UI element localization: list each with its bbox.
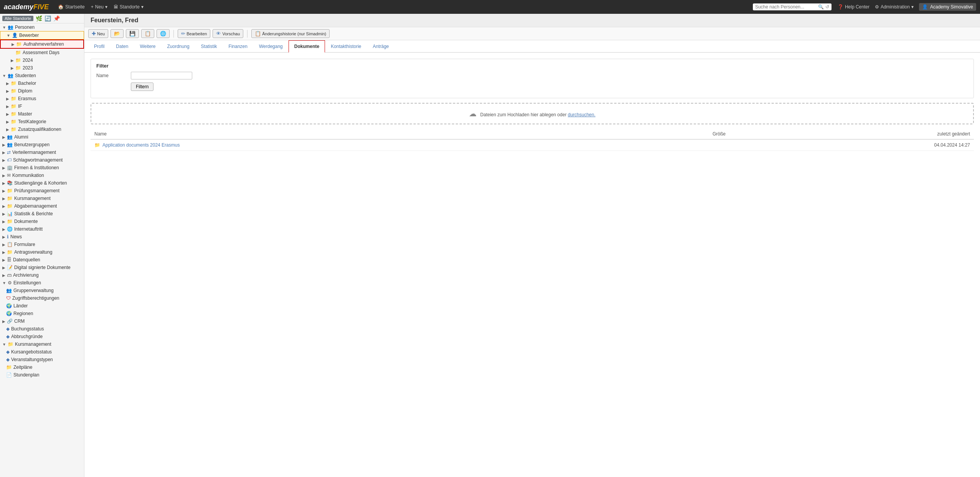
sidebar-item-studiengaenge[interactable]: ▶ 📚 Studiengänge & Kohorten (0, 179, 84, 187)
neu-button[interactable]: ✚ Neu (88, 29, 108, 38)
sidebar-item-kommunikation[interactable]: ▶ ✉ Kommunikation (0, 172, 84, 179)
sidebar-item-kursangebotsstatus[interactable]: ◆ Kursangebotsstatus (0, 348, 84, 356)
file-table: Name Größe zuletzt geändert 📁 Applicatio… (91, 129, 974, 151)
copy-button[interactable]: 📋 (141, 29, 154, 38)
person-icon: 👥 (8, 25, 13, 30)
globe2-button[interactable]: 🌐 (157, 29, 170, 38)
sidebar-item-verteilermanagement[interactable]: ▶ ⇄ Verteilermanagement (0, 149, 84, 156)
tab-werdegang[interactable]: Werdegang (253, 40, 289, 53)
sidebar-item-zugriffsberechtigungen[interactable]: 🛡 Zugriffsberechtigungen (0, 294, 84, 302)
sidebar-item-erasmus[interactable]: ▶ 📁 Erasmus (0, 95, 84, 102)
sidebar-item-datenquellen[interactable]: ▶ 🗄 Datenquellen (0, 256, 84, 264)
sidebar-item-bachelor[interactable]: ▶ 📁 Bachelor (0, 79, 84, 87)
sidebar-item-personen[interactable]: ▼ 👥 Personen (0, 23, 84, 31)
sidebar-item-zeitplaene[interactable]: 📁 Zeitpläne (0, 363, 84, 371)
doc-icon: 📄 (6, 372, 12, 378)
col-size-header: Größe (613, 129, 729, 139)
tab-daten[interactable]: Daten (110, 40, 134, 53)
startseite-nav[interactable]: 🏠 Startseite (58, 4, 85, 10)
sidebar-item-diplom[interactable]: ▶ 📁 Diplom (0, 87, 84, 95)
sidebar-item-laender[interactable]: 🌍 Länder (0, 302, 84, 310)
sidebar-item-regionen[interactable]: 🌍 Regionen (0, 310, 84, 317)
tab-dokumente[interactable]: Dokumente (289, 40, 325, 53)
sidebar-item-2023[interactable]: ▶ 📁 2023 (0, 64, 84, 72)
filter-name-input[interactable] (131, 72, 192, 79)
upload-area[interactable]: ☁ Dateien zum Hochladen hier ablegen ode… (91, 103, 974, 124)
chevron-right-icon: ▶ (2, 250, 5, 254)
tab-weitere[interactable]: Weitere (134, 40, 161, 53)
reset-search-icon[interactable]: ↺ (825, 4, 829, 10)
sidebar-label: Prüfungsmanagement (14, 188, 82, 193)
bearbeiten-button[interactable]: ✏ Bearbeiten (178, 29, 210, 38)
sidebar-item-schlagwortmanagement[interactable]: ▶ 🏷 Schlagwortmanagement (0, 156, 84, 164)
sidebar-label: Assessment Days (23, 50, 82, 55)
chevron-right-icon: ▶ (6, 89, 9, 93)
sidebar-item-internetauftritt[interactable]: ▶ 🌐 Internetauftritt (0, 225, 84, 233)
sidebar-item-kursmanagement[interactable]: ▶ 📁 Kursmanagement (0, 195, 84, 202)
folder-icon: 📁 (11, 111, 16, 117)
sidebar-item-einstellungen[interactable]: ▼ ⚙ Einstellungen (0, 279, 84, 287)
sidebar-item-zusatzqualifikationen[interactable]: ▶ 📁 Zusatzqualifikationen (0, 125, 84, 133)
tab-statistik[interactable]: Statistik (195, 40, 223, 53)
location-icon: 🏛 (114, 4, 118, 10)
sidebar-item-firmen[interactable]: ▶ 🏢 Firmen & Institutionen (0, 164, 84, 172)
sidebar-refresh-icon[interactable]: 🌿 (36, 15, 42, 21)
chevron-right-icon: ▶ (2, 235, 5, 239)
chevron-down-icon: ▼ (7, 33, 10, 38)
sidebar-item-benutzergruppen[interactable]: ▶ 👥 Benutzergruppen (0, 141, 84, 149)
filter-button[interactable]: Filtern (131, 83, 153, 91)
user-menu[interactable]: 👤 Academy Simovative (919, 3, 976, 11)
sidebar-label: Statistik & Berichte (14, 211, 82, 216)
sidebar-item-testkategorie[interactable]: ▶ 📁 TestKategorie (0, 118, 84, 125)
vorschau-button[interactable]: 👁 Vorschau (213, 29, 243, 38)
save-button[interactable]: 💾 (126, 29, 139, 38)
sidebar-item-digital-signierte[interactable]: ▶ 📝 Digital signierte Dokumente (0, 264, 84, 271)
folder-open-button[interactable]: 📂 (111, 29, 124, 38)
sidebar-label: Kursmanagement (15, 342, 82, 347)
sidebar-expand-icon[interactable]: 🔄 (45, 15, 51, 21)
sidebar-item-alumni[interactable]: ▶ 👥 Alumni (0, 133, 84, 141)
sidebar-item-crm[interactable]: ▶ 🔗 CRM (0, 317, 84, 325)
search-icon[interactable]: 🔍 (818, 4, 824, 10)
file-folder-link[interactable]: 📁 Application documents 2024 Erasmus (94, 142, 609, 148)
tab-kontakthistorie[interactable]: Kontakthistorie (325, 40, 367, 53)
sidebar-item-assessment-days[interactable]: 📁 Assessment Days (0, 49, 84, 56)
sidebar-item-abbruchgruende[interactable]: ◆ Abbruchgründe (0, 333, 84, 340)
tab-profil[interactable]: Profil (88, 40, 110, 53)
sidebar-item-dokumente[interactable]: ▶ 📁 Dokumente (0, 218, 84, 225)
sidebar-item-formulare[interactable]: ▶ 📋 Formulare (0, 241, 84, 248)
search-input[interactable] (755, 4, 817, 10)
sidebar-item-archivierung[interactable]: ▶ 🗃 Archivierung (0, 271, 84, 279)
aenderungshistorie-button[interactable]: 📋 Änderungshistorie (nur Simadmin) (251, 29, 330, 38)
sidebar-item-veranstaltungstypen[interactable]: ◆ Veranstaltungstypen (0, 356, 84, 363)
sidebar-item-kursmanagement2[interactable]: ▼ 📁 Kursmanagement (0, 340, 84, 348)
user-avatar-icon: 👤 (922, 4, 928, 10)
help-center-link[interactable]: ❓ Help Center (838, 4, 869, 10)
sidebar-item-studenten[interactable]: ▼ 👥 Studenten (0, 72, 84, 79)
sidebar-item-abgabemanagement[interactable]: ▶ 📁 Abgabemanagement (0, 202, 84, 210)
neu-nav[interactable]: + Neu ▾ (91, 4, 107, 10)
sidebar-item-master[interactable]: ▶ 📁 Master (0, 110, 84, 118)
sidebar-item-2024[interactable]: ▶ 📁 2024 (0, 56, 84, 64)
sidebar-item-buchungsstatus[interactable]: ◆ Buchungsstatus (0, 325, 84, 333)
sidebar-collapse-icon[interactable]: 📌 (53, 15, 60, 21)
sidebar-item-pruefungsmanagement[interactable]: ▶ 📁 Prüfungsmanagement (0, 187, 84, 195)
sidebar-item-news[interactable]: ▶ ℹ News (0, 233, 84, 241)
tab-antraege[interactable]: Anträge (367, 40, 395, 53)
sidebar-item-antragsverwaltung[interactable]: ▶ 📁 Antragsverwaltung (0, 248, 84, 256)
sidebar-label: Dokumente (14, 219, 82, 224)
sidebar-item-stundenplan[interactable]: 📄 Stundenplan (0, 371, 84, 379)
mail-icon: ✉ (7, 173, 11, 178)
administration-link[interactable]: ⚙ Administration ▾ (875, 4, 914, 10)
sidebar-item-if[interactable]: ▶ 📁 IF (0, 102, 84, 110)
folder-icon: 📁 (7, 203, 13, 209)
standorte-nav[interactable]: 🏛 Standorte ▾ (114, 4, 144, 10)
tab-finanzen[interactable]: Finanzen (223, 40, 253, 53)
sidebar-item-bewerber[interactable]: ▼ 👤 Bewerber (0, 31, 84, 40)
sidebar-label: Diplom (18, 88, 82, 94)
sidebar-item-aufnahmeverfahren[interactable]: ▶ 📁 Aufnahmeverfahren (0, 40, 84, 49)
upload-browse-link[interactable]: durchsuchen. (568, 112, 596, 117)
tab-zuordnung[interactable]: Zuordnung (162, 40, 195, 53)
sidebar-item-statistik[interactable]: ▶ 📊 Statistik & Berichte (0, 210, 84, 218)
sidebar-item-gruppenverwaltung[interactable]: 👥 Gruppenverwaltung (0, 287, 84, 294)
